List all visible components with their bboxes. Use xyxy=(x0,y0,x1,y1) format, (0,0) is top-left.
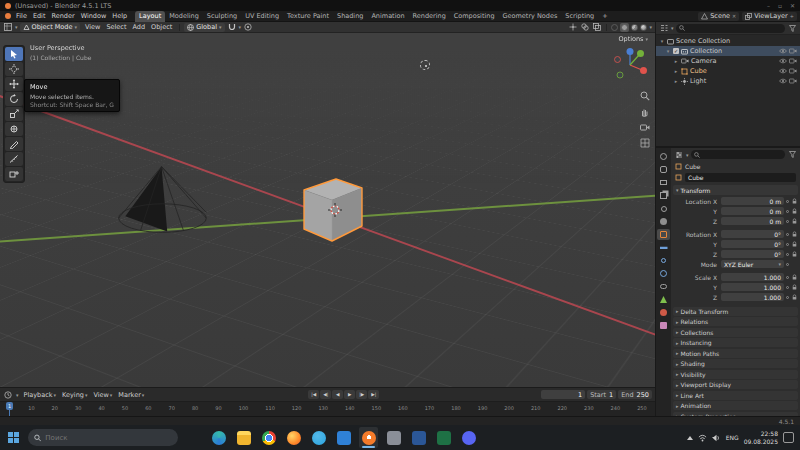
properties-editor-icon[interactable] xyxy=(674,150,684,159)
chevron-down-icon[interactable]: ▾ xyxy=(665,48,671,54)
animate-dot-icon[interactable] xyxy=(784,233,791,236)
render-camera-icon[interactable] xyxy=(789,78,797,84)
lock-icon[interactable] xyxy=(791,241,798,247)
panel-section-header[interactable]: ▸ Visibility xyxy=(673,370,798,379)
workspace-tab[interactable]: Shading xyxy=(333,11,367,22)
value-field[interactable]: 1.000 xyxy=(721,283,784,291)
navigation-gizmo[interactable] xyxy=(612,45,648,81)
panel-section-header[interactable]: ▸ Animation xyxy=(673,401,798,410)
taskbar-app-discord[interactable] xyxy=(459,427,478,448)
workspace-tab[interactable]: UV Editing xyxy=(241,11,283,22)
timeline-ruler[interactable]: 1 01020304050607080901001101201301401501… xyxy=(0,401,655,416)
viewlayer-selector[interactable]: ViewLayer + xyxy=(742,12,797,21)
snap-magnet-icon[interactable] xyxy=(227,23,237,32)
timeline-menu-item[interactable]: View▾ xyxy=(91,391,114,399)
value-field[interactable]: 0 m xyxy=(721,197,784,205)
tool-rotate[interactable] xyxy=(5,92,23,106)
proportional-editing-icon[interactable] xyxy=(243,23,253,32)
workspace-tab[interactable]: Scripting xyxy=(561,11,598,22)
animate-dot-icon[interactable] xyxy=(784,210,791,213)
panel-section-header[interactable]: ▸ Relations xyxy=(673,317,798,326)
wifi-icon[interactable] xyxy=(698,434,707,442)
tool-scale[interactable] xyxy=(5,107,23,121)
language-indicator[interactable]: ENG xyxy=(726,434,739,441)
menu-item[interactable]: Edit xyxy=(30,11,49,22)
start-button[interactable] xyxy=(3,428,23,448)
properties-tab-render[interactable] xyxy=(657,164,670,175)
playback-button[interactable]: |◀ xyxy=(308,390,319,399)
workspace-tab[interactable]: Compositing xyxy=(450,11,499,22)
tool-annotate[interactable] xyxy=(5,137,23,151)
zoom-icon[interactable] xyxy=(640,91,650,101)
animate-dot-icon[interactable] xyxy=(784,296,791,299)
menu-item[interactable]: Render xyxy=(48,11,77,22)
workspace-tab[interactable]: Sculpting xyxy=(203,11,241,22)
viewport-menu-item[interactable]: Add xyxy=(129,22,148,33)
playback-button[interactable]: ◀| xyxy=(320,390,331,399)
lock-icon[interactable] xyxy=(791,198,798,204)
taskbar-app-word[interactable] xyxy=(409,427,428,448)
notification-center-icon[interactable] xyxy=(783,432,794,443)
playback-button[interactable]: ▶ xyxy=(344,390,355,399)
animate-dot-icon[interactable] xyxy=(784,286,791,289)
workspace-tab[interactable]: Rendering xyxy=(409,11,450,22)
frame-start-field[interactable]: Start1 xyxy=(587,390,616,399)
shading-material-icon[interactable] xyxy=(631,24,638,31)
properties-tab-object-data[interactable] xyxy=(657,294,670,305)
outliner-row-camera[interactable]: ▸ Camera xyxy=(656,56,800,66)
taskbar-search[interactable] xyxy=(28,429,178,446)
panel-section-header[interactable]: ▸ Instancing xyxy=(673,338,798,347)
taskbar-clock[interactable]: 22:58 09.08.2025 xyxy=(744,430,778,445)
scene-selector[interactable]: Scene ✕ xyxy=(698,12,739,21)
eye-visibility-icon[interactable] xyxy=(779,48,787,54)
rotation-mode-dropdown[interactable]: XYZ Euler▾ xyxy=(721,260,784,268)
chevron-down-icon[interactable]: ▾ xyxy=(686,152,689,158)
outliner-search-input[interactable] xyxy=(676,24,785,33)
object-name-field[interactable]: Cube xyxy=(685,173,796,182)
editor-type-icon[interactable] xyxy=(3,23,13,32)
taskbar-search-input[interactable] xyxy=(45,434,172,442)
properties-tab-material[interactable] xyxy=(657,307,670,318)
show-overlays-icon[interactable] xyxy=(580,23,590,32)
close-button[interactable]: ✕ xyxy=(790,2,795,9)
tool-measure[interactable] xyxy=(5,152,23,166)
show-gizmo-icon[interactable] xyxy=(568,23,578,32)
panel-section-header[interactable]: ▸ Line Art xyxy=(673,391,798,400)
panel-section-header[interactable]: ▸ Collections xyxy=(673,328,798,337)
render-camera-icon[interactable] xyxy=(789,48,797,54)
blender-app-menu-icon[interactable] xyxy=(3,12,13,21)
render-camera-icon[interactable] xyxy=(789,68,797,74)
panel-section-header[interactable]: ▸ Viewport Display xyxy=(673,380,798,389)
properties-tab-world[interactable] xyxy=(657,216,670,227)
gizmo-x-axis[interactable] xyxy=(640,67,647,74)
properties-tab-view-layer[interactable] xyxy=(657,190,670,201)
render-camera-icon[interactable] xyxy=(789,58,797,64)
viewport-menu-item[interactable]: View xyxy=(82,22,103,33)
filter-icon[interactable] xyxy=(787,150,797,159)
menu-item[interactable]: File xyxy=(13,11,30,22)
value-field[interactable]: 0° xyxy=(721,240,784,248)
properties-tab-scene[interactable] xyxy=(657,203,670,214)
properties-tab-particles[interactable] xyxy=(657,255,670,266)
properties-tab-modifiers[interactable] xyxy=(657,242,670,253)
editor-dropdown-icon[interactable]: ▾ xyxy=(15,24,18,30)
playhead[interactable]: 1 xyxy=(6,402,13,410)
eye-visibility-icon[interactable] xyxy=(779,78,787,84)
shading-solid-active[interactable] xyxy=(620,23,629,32)
animate-dot-icon[interactable] xyxy=(784,200,791,203)
light-object[interactable] xyxy=(420,60,430,70)
tray-chevron-up-icon[interactable] xyxy=(687,436,693,440)
blender-logo-icon[interactable] xyxy=(5,3,11,9)
tool-move[interactable] xyxy=(5,77,23,91)
workspace-tab[interactable]: Texture Paint xyxy=(283,11,333,22)
minimize-button[interactable]: – xyxy=(767,2,770,9)
taskbar-app-telegram[interactable] xyxy=(309,427,328,448)
breadcrumb[interactable]: Cube xyxy=(671,161,800,171)
collection-checkbox[interactable]: ✓ xyxy=(673,48,679,54)
menu-item[interactable]: Window xyxy=(78,11,110,22)
taskbar-app-file-explorer[interactable] xyxy=(234,427,253,448)
tool-cursor[interactable] xyxy=(5,62,23,76)
shading-wireframe-icon[interactable] xyxy=(611,24,618,31)
timeline-editor-icon[interactable] xyxy=(3,390,13,399)
chevron-right-icon[interactable]: ▸ xyxy=(673,58,679,64)
